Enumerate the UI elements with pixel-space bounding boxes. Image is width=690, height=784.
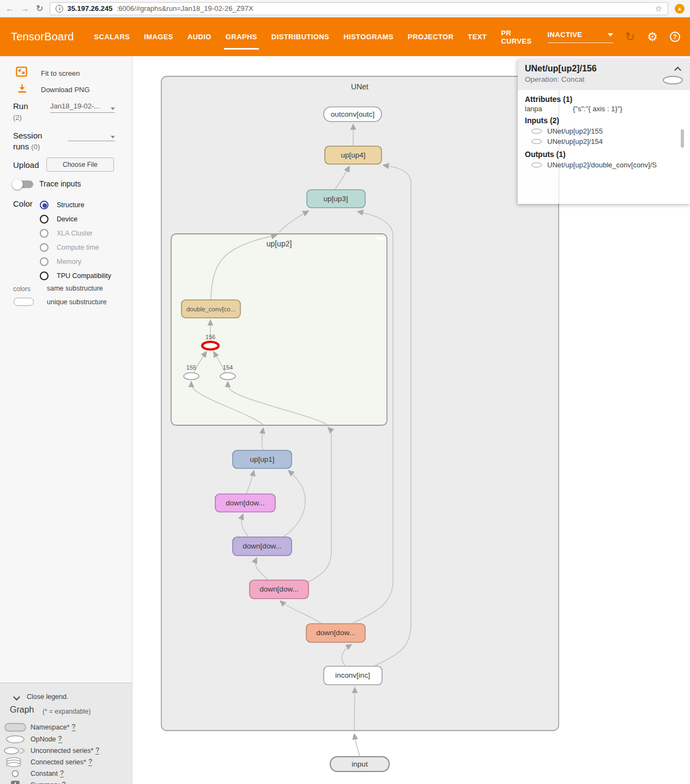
legend-title: Graph [10, 705, 34, 715]
session-runs-label2: runs (0) [13, 142, 40, 151]
choose-file-button[interactable]: Choose File [46, 158, 114, 172]
tab-histograms[interactable]: HISTOGRAMS [336, 17, 401, 56]
toggle-knob [12, 179, 23, 190]
tab-graphs[interactable]: GRAPHS [219, 17, 264, 56]
node-up4-label: up[up4] [341, 151, 365, 159]
attribute-key: lanpa [525, 105, 573, 113]
input-item[interactable]: UNet/up[up2]/155 [525, 126, 690, 136]
session-runs-count: (0) [31, 143, 40, 151]
attributes-heading: Attributes (1) [525, 95, 690, 104]
edge-input-unet [354, 734, 360, 756]
namespace-unet-label: UNet [351, 82, 368, 91]
info-panel-title: UNet/up[up2]/156 [525, 64, 682, 74]
input-item[interactable]: UNet/up[up2]/154 [525, 136, 690, 147]
tab-projector[interactable]: PROJECTOR [401, 17, 461, 56]
url-host: 35.197.26.245 [67, 4, 112, 13]
gear-icon[interactable]: ⚙ [647, 30, 658, 44]
tab-images[interactable]: IMAGES [137, 17, 180, 56]
info-panel-header: UNet/up[up2]/156 Operation: Concat [518, 59, 690, 90]
opnode-icon [531, 129, 542, 134]
help-link[interactable]: ? [88, 758, 92, 766]
opnode-icon [531, 139, 542, 144]
tab-text[interactable]: TEXT [461, 17, 494, 56]
info-panel-body: Attributes (1) lanpa {"s":"{ axis : 1}"}… [518, 90, 690, 204]
fit-to-screen-icon[interactable] [15, 65, 28, 78]
browser-chrome: ← → ↻ i 35.197.26.245 :6006/#graphs&run=… [0, 0, 690, 17]
color-option-device[interactable]: Device [40, 214, 77, 225]
refresh-icon[interactable]: ↻ [625, 30, 635, 44]
upload-label: Upload [13, 160, 39, 170]
url-path: :6006/#graphs&run=Jan18_19-02-26_Z97X [117, 4, 253, 13]
legend-item-constant: Constant ? [0, 768, 132, 779]
chevron-down-icon [608, 33, 613, 37]
collapse-minus-icon[interactable] [377, 237, 385, 240]
run-label: Run [13, 101, 28, 111]
constant-icon [0, 770, 31, 777]
session-runs-select[interactable] [68, 131, 115, 141]
color-option-structure[interactable]: Structure [40, 200, 84, 210]
info-panel-subtitle: Operation: Concat [525, 75, 682, 83]
radio-icon [40, 243, 49, 252]
node-down2-label: down[dow... [259, 585, 298, 593]
session-runs-label: Session [13, 131, 42, 140]
help-link[interactable]: ? [58, 735, 62, 743]
color-label: Color [13, 199, 33, 208]
legend-item-namespace: Namespace* ? [0, 721, 132, 733]
tab-distributions[interactable]: DISTRIBUTIONS [264, 17, 336, 56]
inactive-plugins-dropdown[interactable]: INACTIVE [548, 31, 613, 43]
output-item[interactable]: UNet/up[up2]/double_conv[conv]/S [525, 160, 690, 170]
opnode-155[interactable] [184, 373, 199, 380]
node-down3-label: down[dow... [243, 542, 281, 550]
opnode-icon [531, 162, 542, 167]
close-legend[interactable]: Close legend. [14, 693, 68, 701]
bookmark-star-icon[interactable]: ☆ [655, 4, 662, 14]
download-png-label[interactable]: Download PNG [41, 86, 90, 94]
tab-pr-curves[interactable]: PR CURVES [494, 17, 538, 56]
help-link[interactable]: ? [60, 769, 64, 777]
tab-audio[interactable]: AUDIO [180, 17, 219, 56]
help-link[interactable]: ? [62, 781, 65, 784]
help-link[interactable]: ? [95, 746, 99, 755]
namespace-icon [0, 723, 31, 732]
forward-icon[interactable]: → [21, 4, 29, 13]
namespace-up2-label: up[up2] [267, 239, 292, 248]
inputs-heading: Inputs (2) [525, 116, 690, 125]
opnode-154[interactable] [220, 373, 235, 380]
namespace-up2-expanded[interactable] [171, 234, 387, 425]
graph-legend: Close legend. Graph (* = expandable) Nam… [0, 683, 132, 784]
extension-icon[interactable]: ▲ [675, 4, 685, 14]
radio-icon [40, 257, 49, 266]
node-info-panel: UNet/up[up2]/156 Operation: Concat Attri… [518, 59, 690, 204]
node-up3-label: up[up3] [323, 195, 348, 203]
node-double-conv-label: double_conv[co... [186, 306, 235, 312]
color-option-tpu-compatibility[interactable]: TPU Compatibility [40, 270, 111, 281]
back-icon[interactable]: ← [5, 4, 14, 13]
color-option-xla-cluster[interactable]: XLA Cluster [40, 228, 93, 239]
trace-inputs-toggle[interactable] [14, 180, 33, 188]
url-bar[interactable]: i 35.197.26.245 :6006/#graphs&run=Jan18_… [50, 2, 668, 15]
fit-to-screen-label[interactable]: Fit to screen [41, 69, 80, 77]
node-down1-label: down[dow... [316, 629, 355, 637]
trace-inputs-label: Trace inputs [39, 179, 81, 188]
radio-icon [40, 229, 49, 238]
download-icon[interactable] [16, 83, 28, 94]
opnode-154-label: 154 [223, 364, 233, 371]
run-select[interactable]: Jan18_19-02-... [50, 102, 115, 113]
opnode-156-label: 156 [205, 334, 215, 340]
legend-expandable-note: (* = expandable) [43, 708, 90, 715]
legend-item-summary: Summary ? [0, 779, 132, 784]
help-icon[interactable]: ? [670, 32, 680, 42]
page-info-icon[interactable]: i [56, 5, 63, 13]
help-link[interactable]: ? [72, 723, 76, 731]
node-input-label: input [352, 760, 368, 768]
color-option-compute-time[interactable]: Compute time [40, 242, 99, 253]
opnode-shape-icon [663, 76, 683, 85]
reload-icon[interactable]: ↻ [36, 4, 43, 13]
node-up1-label: up[up1] [250, 455, 274, 463]
chevron-down-icon [111, 136, 115, 138]
color-option-memory[interactable]: Memory [40, 256, 81, 267]
opnode-156-selected[interactable] [202, 342, 219, 349]
tab-scalars[interactable]: SCALARS [87, 17, 137, 56]
vertical-scrollbar[interactable] [681, 129, 684, 148]
sidebar: Fit to screen Download PNG Run (2) Jan18… [0, 56, 132, 784]
